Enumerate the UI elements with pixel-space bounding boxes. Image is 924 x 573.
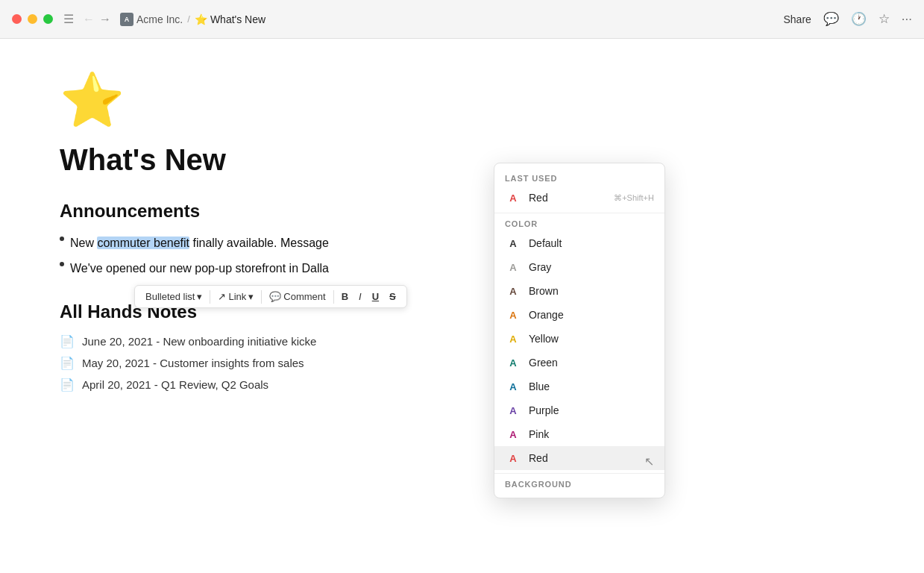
window-controls <box>12 14 53 24</box>
divider <box>494 473 664 474</box>
link-label: Link <box>228 291 246 302</box>
color-label-blue: Blue <box>529 381 654 392</box>
color-item-red[interactable]: A Red ↖ <box>494 446 664 470</box>
workspace-link[interactable]: A Acme Inc. <box>120 13 183 26</box>
comment-button[interactable]: 💬 Comment <box>265 289 330 304</box>
page-breadcrumb-emoji: ⭐ <box>195 13 207 25</box>
color-label-orange: Orange <box>529 309 654 321</box>
color-label-default: Default <box>529 237 654 249</box>
color-section-label: COLOR <box>494 216 664 231</box>
bullet-item: We've opened our new pop-up storefront i… <box>60 259 864 278</box>
last-used-color-item[interactable]: A Red ⌘+Shift+H <box>494 186 664 210</box>
link-button[interactable]: ↗ Link ▾ <box>213 289 258 304</box>
doc-item[interactable]: 📄 May 20, 2021 - Customer insights from … <box>60 356 864 370</box>
color-icon-orange: A <box>505 307 521 323</box>
color-label-purple: Purple <box>529 404 654 416</box>
color-item-brown[interactable]: A Brown <box>494 279 664 303</box>
page-title: What's New <box>60 143 864 177</box>
favorite-icon[interactable]: ☆ <box>879 11 890 27</box>
minimize-button[interactable] <box>28 14 37 24</box>
color-item-purple[interactable]: A Purple <box>494 398 664 422</box>
last-used-color-icon: A <box>505 190 521 206</box>
color-label-yellow: Yellow <box>529 333 654 345</box>
comment-icon[interactable]: 💬 <box>823 11 839 27</box>
nav-arrows: ← → <box>83 13 111 26</box>
more-icon[interactable]: ··· <box>902 12 912 27</box>
titlebar-actions: Share 💬 🕐 ☆ ··· <box>783 11 912 27</box>
color-icon-purple: A <box>505 402 521 419</box>
color-icon-green: A <box>505 354 521 371</box>
history-icon[interactable]: 🕐 <box>851 11 867 27</box>
doc-icon: 📄 <box>60 378 75 392</box>
workspace-icon: A <box>120 13 133 26</box>
bullet-text: We've opened our new pop-up storefront i… <box>70 259 329 278</box>
page-breadcrumb-name: What's New <box>210 13 265 25</box>
announcements-list: New commuter benefit finally available. … <box>60 234 864 278</box>
doc-item[interactable]: 📄 April 20, 2021 - Q1 Review, Q2 Goals <box>60 378 864 392</box>
link-chevron-icon: ▾ <box>248 291 254 302</box>
comment-bubble-icon: 💬 <box>269 291 281 302</box>
doc-icon: 📄 <box>60 334 75 348</box>
page-breadcrumb[interactable]: ⭐ What's New <box>195 13 265 25</box>
last-used-color-label: Red <box>529 192 606 204</box>
close-button[interactable] <box>12 14 22 24</box>
page-emoji: ⭐ <box>60 69 864 131</box>
divider <box>494 213 664 213</box>
color-label-gray: Gray <box>529 261 654 273</box>
toolbar-separator <box>333 290 334 304</box>
bold-button[interactable]: B <box>337 289 353 304</box>
italic-button[interactable]: I <box>354 289 366 304</box>
share-button[interactable]: Share <box>783 13 811 25</box>
cursor-icon: ↖ <box>644 454 654 469</box>
strikethrough-button[interactable]: S <box>385 289 400 304</box>
bullet-dot <box>60 262 64 266</box>
color-item-orange[interactable]: A Orange <box>494 303 664 327</box>
color-icon-brown: A <box>505 283 521 299</box>
list-type-selector[interactable]: Bulleted list ▾ <box>141 289 207 304</box>
color-item-blue[interactable]: A Blue <box>494 375 664 398</box>
bullet-item: New commuter benefit finally available. … <box>60 234 864 253</box>
color-icon-red: A <box>505 450 521 466</box>
color-item-green[interactable]: A Green <box>494 351 664 375</box>
bullet-text: New commuter benefit finally available. … <box>70 234 329 253</box>
background-section-label: BACKGROUND <box>494 477 664 492</box>
last-used-label: LAST USED <box>494 171 664 186</box>
doc-label: June 20, 2021 - New onboarding initiativ… <box>82 335 316 348</box>
color-picker-dropdown: LAST USED A Red ⌘+Shift+H COLOR A Defaul… <box>494 163 665 498</box>
doc-label: May 20, 2021 - Customer insights from sa… <box>82 357 304 369</box>
toolbar-separator <box>210 290 210 304</box>
color-icon-gray: A <box>505 259 521 275</box>
color-item-default[interactable]: A Default <box>494 231 664 255</box>
color-label-red: Red <box>529 452 654 464</box>
underline-button[interactable]: U <box>368 289 383 304</box>
list-type-label: Bulleted list <box>145 291 195 302</box>
color-label-pink: Pink <box>529 428 654 440</box>
comment-label: Comment <box>283 291 325 302</box>
doc-item[interactable]: 📄 June 20, 2021 - New onboarding initiat… <box>60 334 864 348</box>
color-label-brown: Brown <box>529 285 654 297</box>
announcements-heading: Announcements <box>60 201 864 222</box>
back-arrow-icon[interactable]: ← <box>83 13 95 26</box>
toolbar-separator <box>261 290 262 304</box>
doc-icon: 📄 <box>60 356 75 370</box>
color-item-yellow[interactable]: A Yellow <box>494 327 664 351</box>
maximize-button[interactable] <box>43 14 53 24</box>
doc-list: 📄 June 20, 2021 - New onboarding initiat… <box>60 334 864 392</box>
last-used-shortcut: ⌘+Shift+H <box>614 193 654 203</box>
doc-label: April 20, 2021 - Q1 Review, Q2 Goals <box>82 378 268 391</box>
color-icon-pink: A <box>505 426 521 442</box>
titlebar: ☰ ← → A Acme Inc. / ⭐ What's New Share 💬… <box>0 0 924 39</box>
workspace-name: Acme Inc. <box>136 13 183 25</box>
color-item-gray[interactable]: A Gray <box>494 255 664 279</box>
bullet-dot <box>60 237 64 241</box>
color-label-green: Green <box>529 357 654 369</box>
color-item-pink[interactable]: A Pink <box>494 422 664 446</box>
floating-toolbar: Bulleted list ▾ ↗ Link ▾ 💬 Comment B I U… <box>134 285 407 308</box>
highlighted-text: commuter benefit <box>97 237 189 249</box>
color-icon-default: A <box>505 235 521 251</box>
forward-arrow-icon[interactable]: → <box>99 13 111 26</box>
hamburger-icon[interactable]: ☰ <box>63 12 74 26</box>
link-arrow-icon: ↗ <box>218 291 226 302</box>
breadcrumb-separator: / <box>187 13 190 25</box>
breadcrumb: A Acme Inc. / ⭐ What's New <box>120 13 265 26</box>
